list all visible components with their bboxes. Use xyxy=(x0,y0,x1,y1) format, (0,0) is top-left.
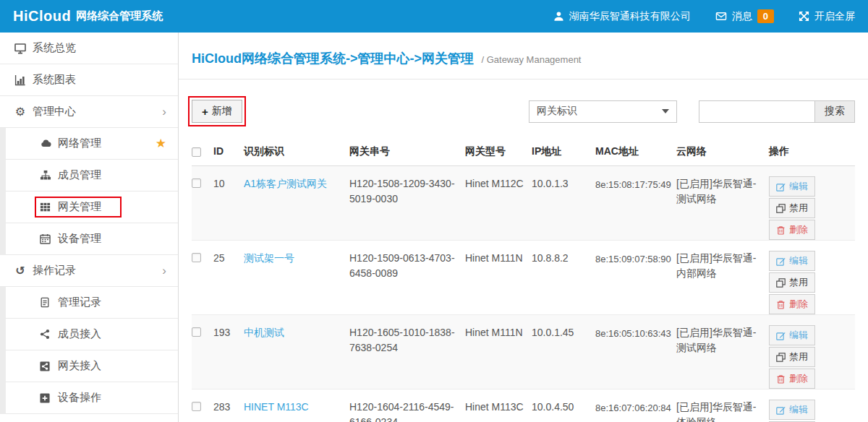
messages-count-badge: 0 xyxy=(757,9,774,24)
row-checkbox[interactable] xyxy=(192,253,201,262)
chevron-right-icon: › xyxy=(162,105,166,119)
edit-button[interactable]: 编辑 xyxy=(769,325,815,345)
breadcrumb: HiCloud网络综合管理系统->管理中心->网关管理 / Gateway Ma… xyxy=(179,33,868,79)
brand-logo: HiCloud xyxy=(13,8,71,25)
edit-button[interactable]: 编辑 xyxy=(769,251,815,271)
bar-chart-icon xyxy=(14,74,26,86)
edit-button[interactable]: 编辑 xyxy=(769,400,815,420)
sidebar-item-label: 系统总览 xyxy=(33,41,76,55)
trash-icon xyxy=(776,225,786,235)
cell-serial: H120-1509-0613-4703-6458-0089 xyxy=(349,251,465,281)
messages-label: 消息 xyxy=(732,10,752,23)
sidebar-item-label: 成员管理 xyxy=(58,168,101,182)
disable-button[interactable]: 禁用 xyxy=(769,272,815,293)
gateway-name-link[interactable]: HINET M113C xyxy=(244,401,309,413)
column-header-name: 识别标识 xyxy=(244,145,349,158)
filter-select[interactable]: 网关标识 xyxy=(529,100,677,123)
column-header-model: 网关型号 xyxy=(465,145,532,158)
app-window: HiCloud 网络综合管理系统 湖南华辰智通科技有限公司 消息 0 开启 xyxy=(0,0,868,422)
cell-ip: 10.0.1.45 xyxy=(532,325,595,340)
cell-model: Hinet M111N xyxy=(465,251,532,266)
cloud-icon xyxy=(40,138,51,149)
sidebar-item-gateway-access[interactable]: 网关接入 xyxy=(6,350,178,382)
sidebar-item-device-management[interactable]: 设备管理 xyxy=(6,223,178,255)
sidebar-item-device-operations[interactable]: 设备操作 xyxy=(6,382,178,414)
add-button-label: 新增 xyxy=(212,105,232,118)
row-checkbox[interactable] xyxy=(192,327,201,337)
delete-button[interactable]: 删除 xyxy=(769,220,815,240)
sidebar-item-label: 操作记录 xyxy=(33,264,76,277)
annotation-highlight-box: 网关管理 xyxy=(35,197,122,218)
filter-selected-value: 网关标识 xyxy=(537,105,577,118)
sidebar-item-label: 网关管理 xyxy=(58,200,101,214)
gateway-name-link[interactable]: A1栋客户测试网关 xyxy=(244,178,327,189)
cell-ip: 10.8.8.2 xyxy=(532,251,595,266)
messages-menu[interactable]: 消息 0 xyxy=(715,9,774,24)
sidebar-item-network-management[interactable]: 网络管理 ★ xyxy=(6,128,178,160)
cell-network: [已启用]华辰智通-测试网络 xyxy=(676,325,769,356)
gateway-name-link[interactable]: 中机测试 xyxy=(244,327,284,338)
chevron-right-icon: › xyxy=(162,264,166,278)
grid-icon xyxy=(40,202,51,212)
cell-ip: 10.0.1.3 xyxy=(532,176,595,191)
sitemap-icon xyxy=(40,170,51,181)
cell-id: 283 xyxy=(213,400,244,415)
sidebar-item-gateway-management[interactable]: 网关管理 xyxy=(6,191,178,223)
sidebar-item-member-management[interactable]: 成员管理 xyxy=(6,160,178,191)
cell-mac: 8e:16:05:10:63:43 xyxy=(595,325,676,341)
fullscreen-icon xyxy=(799,11,809,22)
sidebar-item-member-access[interactable]: 成员接入 xyxy=(6,319,178,350)
row-checkbox[interactable] xyxy=(192,178,201,188)
sidebar-item-operation-records[interactable]: ↺ 操作记录 › xyxy=(0,255,178,287)
sidebar-item-label: 网关接入 xyxy=(58,359,101,373)
column-header-mac: MAC地址 xyxy=(595,145,676,158)
edit-button[interactable]: 编辑 xyxy=(769,176,815,197)
delete-button[interactable]: 删除 xyxy=(769,294,815,314)
add-button[interactable]: + 新增 xyxy=(192,100,242,123)
page-subtitle: / Gateway Management xyxy=(481,54,581,65)
column-header-network: 云网络 xyxy=(676,145,769,158)
toolbar: + 新增 网关标识 搜索 xyxy=(179,79,868,123)
plus-icon: + xyxy=(202,106,208,118)
search-input[interactable] xyxy=(699,100,814,123)
sidebar-item-label: 管理中心 xyxy=(33,105,76,119)
search-group: 搜索 xyxy=(699,100,855,123)
sidebar-item-admin-records[interactable]: 管理记录 xyxy=(6,287,178,319)
company-menu[interactable]: 湖南华辰智通科技有限公司 xyxy=(553,10,691,23)
company-name: 湖南华辰智通科技有限公司 xyxy=(569,10,691,23)
cell-model: Hinet M112C xyxy=(465,176,532,191)
fullscreen-toggle[interactable]: 开启全屏 xyxy=(799,10,855,23)
disable-button[interactable]: 禁用 xyxy=(769,198,815,218)
sidebar-item-label: 网络管理 xyxy=(58,137,101,150)
sidebar-item-label: 设备管理 xyxy=(58,232,101,246)
sidebar-item-label: 设备操作 xyxy=(58,391,101,405)
table-row: 25 测试架一号 H120-1509-0613-4703-6458-0089 H… xyxy=(192,241,855,315)
gateway-name-link[interactable]: 测试架一号 xyxy=(244,252,294,264)
column-header-serial: 网关串号 xyxy=(349,145,465,158)
gateway-table: ID 识别标识 网关串号 网关型号 IP地址 MAC地址 云网络 操作 10 A… xyxy=(192,139,855,422)
plus-square-icon xyxy=(40,393,51,403)
row-actions: 编辑 禁用 删除 xyxy=(769,400,855,422)
sidebar-item-system-overview[interactable]: 系统总览 xyxy=(0,33,178,64)
cell-serial: H120-1604-2116-4549-6166-0234 xyxy=(349,400,465,422)
share-square-icon xyxy=(40,361,51,371)
user-icon xyxy=(553,11,564,22)
cell-serial: H120-1508-1209-3430-5019-0030 xyxy=(349,176,465,207)
share-icon xyxy=(40,329,51,340)
row-checkbox[interactable] xyxy=(192,402,201,411)
cell-id: 25 xyxy=(213,251,244,266)
disable-button[interactable]: 禁用 xyxy=(769,347,815,367)
cell-model: Hinet M111N xyxy=(465,325,532,340)
delete-button[interactable]: 删除 xyxy=(769,369,815,389)
cell-network: [已启用]华辰智通-测试网络 xyxy=(676,176,769,207)
table-row: 193 中机测试 H120-1605-1010-1838-7638-0254 H… xyxy=(192,315,855,389)
table-header-row: ID 识别标识 网关串号 网关型号 IP地址 MAC地址 云网络 操作 xyxy=(192,139,855,166)
table-row: 10 A1栋客户测试网关 H120-1508-1209-3430-5019-00… xyxy=(192,166,855,241)
brand-subtitle: 网络综合管理系统 xyxy=(76,9,163,23)
select-all-checkbox[interactable] xyxy=(192,147,201,157)
favorite-star-icon: ★ xyxy=(156,136,166,151)
sidebar-item-admin-center[interactable]: ⚙ 管理中心 › xyxy=(0,96,178,128)
column-header-ip: IP地址 xyxy=(532,145,595,158)
search-button[interactable]: 搜索 xyxy=(814,100,855,123)
sidebar-item-system-charts[interactable]: 系统图表 xyxy=(0,64,178,96)
